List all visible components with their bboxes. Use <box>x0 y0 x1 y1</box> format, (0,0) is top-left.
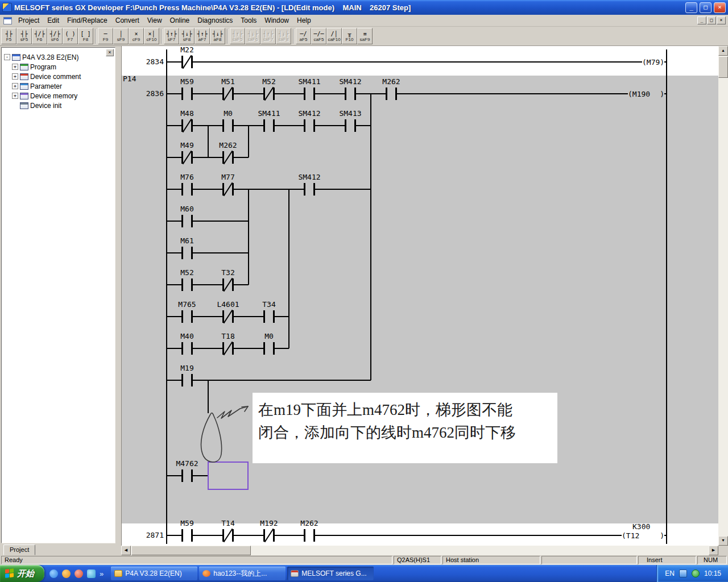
coil-m79[interactable]: (M79) <box>642 57 664 67</box>
tool-f6[interactable]: ┤/├F6 <box>32 28 47 44</box>
tool-saf9[interactable]: ≡saF9 <box>357 28 373 44</box>
ladder-window-icon[interactable] <box>3 17 12 24</box>
tree-item-parameter[interactable]: +Parameter <box>4 81 114 91</box>
outlook-icon[interactable] <box>62 569 71 578</box>
menu-help[interactable]: Help <box>293 15 315 26</box>
menu-view[interactable]: View <box>143 15 166 26</box>
tool-sf8[interactable]: ┤↓├sF8 <box>179 28 195 44</box>
tool-f7[interactable]: ( )F7 <box>63 28 78 44</box>
contact-m0[interactable]: M0 <box>263 342 275 355</box>
close-button[interactable]: × <box>714 2 726 13</box>
contact-m19[interactable]: M19 <box>181 374 193 386</box>
contact-m77[interactable]: M77 <box>222 183 234 196</box>
mdi-close-button[interactable]: × <box>717 16 726 24</box>
tool-f9[interactable]: ─F9 <box>98 28 113 44</box>
tool-sf9[interactable]: │sF9 <box>113 28 129 44</box>
tree-item-device-init[interactable]: Device init <box>4 101 114 110</box>
task-button-hao123[interactable]: hao123--我的上... <box>199 567 286 580</box>
coil-t12[interactable]: (T12) <box>622 530 664 541</box>
show-desktop-icon[interactable] <box>87 569 96 578</box>
contact-m40[interactable]: M40 <box>181 342 193 355</box>
contact-m262[interactable]: M262 <box>304 529 315 542</box>
media-player-icon[interactable] <box>75 569 83 578</box>
expand-icon[interactable]: + <box>12 73 18 80</box>
menu-diagnostics[interactable]: Diagnostics <box>193 15 237 26</box>
contact-m52[interactable]: M52 <box>263 88 275 100</box>
tool-sf5[interactable]: ┤├sF5 <box>16 28 32 44</box>
tool-caf10[interactable]: /│caF10 <box>326 28 342 44</box>
quick-launch-overflow-icon[interactable]: » <box>100 569 104 578</box>
scroll-left-icon[interactable]: ◀ <box>121 546 131 555</box>
contact-sm411[interactable]: SM411 <box>304 88 315 100</box>
contact-sm412[interactable]: SM412 <box>345 88 356 100</box>
menu-window[interactable]: Window <box>260 15 293 26</box>
tool-cf9[interactable]: ×cF9 <box>129 28 144 44</box>
contact-m192[interactable]: M192 <box>263 529 275 542</box>
horizontal-scrollbar[interactable]: ◀ ▶ <box>121 546 718 555</box>
tree-root[interactable]: - P4A V3.28 E2(EN) <box>4 52 114 62</box>
tree-item-program[interactable]: +Program <box>4 62 114 72</box>
contact-t14[interactable]: T14 <box>222 529 234 542</box>
tree-item-device-comment[interactable]: +Device comment <box>4 72 114 81</box>
contact-sm411[interactable]: SM411 <box>263 119 275 132</box>
tool-f10[interactable]: ╥F10 <box>342 28 357 44</box>
tool-af7[interactable]: ┤↑├aF7 <box>195 28 210 44</box>
shield-tray-icon[interactable] <box>692 569 700 577</box>
contact-sm413[interactable]: SM413 <box>345 119 356 132</box>
task-button-melsoft-series-g[interactable]: MELSOFT series G... <box>287 567 374 580</box>
tool-caf5[interactable]: ─/─caF5 <box>311 28 326 44</box>
contact-m48[interactable]: M48 <box>181 119 193 132</box>
contact-m0[interactable]: M0 <box>222 119 234 132</box>
mdi-restore-button[interactable]: □ <box>707 16 716 24</box>
vertical-scrollbar[interactable]: ▲ ▼ <box>718 46 728 546</box>
contact-m61[interactable]: M61 <box>181 247 193 259</box>
tool-f5[interactable]: ┤├F5 <box>1 28 16 44</box>
menu-convert[interactable]: Convert <box>111 15 143 26</box>
task-button-p4a-v3-28-e2-en[interactable]: P4A V3.28 E2(EN) <box>111 567 197 580</box>
contact-t18[interactable]: T18 <box>222 342 234 355</box>
menu-find-replace[interactable]: Find/Replace <box>63 15 111 26</box>
scroll-up-icon[interactable]: ▲ <box>718 46 728 56</box>
expand-icon[interactable]: + <box>12 93 18 99</box>
contact-m60[interactable]: M60 <box>181 215 193 227</box>
contact-sm412[interactable]: SM412 <box>304 183 315 196</box>
contact-t34[interactable]: T34 <box>263 310 275 323</box>
expand-icon[interactable]: + <box>12 64 18 70</box>
display-tray-icon[interactable] <box>679 569 687 577</box>
contact-t32[interactable]: T32 <box>222 278 234 291</box>
tree-item-device-memory[interactable]: +Device memory <box>4 91 114 101</box>
language-indicator[interactable]: EN <box>665 569 675 577</box>
contact-m76[interactable]: M76 <box>181 183 193 196</box>
tool-cf10[interactable]: ×│cF10 <box>144 28 159 44</box>
contact-m262[interactable]: M262 <box>386 88 397 100</box>
expand-icon[interactable]: + <box>12 83 18 89</box>
contact-m59[interactable]: M59 <box>181 88 193 100</box>
restore-button[interactable]: □ <box>700 2 712 13</box>
menu-online[interactable]: Online <box>166 15 194 26</box>
menu-edit[interactable]: Edit <box>43 15 63 26</box>
menu-tools[interactable]: Tools <box>237 15 260 26</box>
contact-l4601[interactable]: L4601 <box>222 310 234 323</box>
scroll-right-icon[interactable]: ▶ <box>709 546 718 555</box>
ladder-canvas[interactable]: 2834M22(M79)P142836M59M51M52SM411SM412M2… <box>121 46 718 546</box>
contact-m52[interactable]: M52 <box>181 278 193 291</box>
tool-sf7[interactable]: ┤↑├sF7 <box>164 28 179 44</box>
tool-f8[interactable]: [ ]F8 <box>78 28 93 44</box>
tab-project[interactable]: Project <box>3 544 35 555</box>
panel-close-icon[interactable]: × <box>106 49 114 56</box>
mdi-minimize-button[interactable]: _ <box>697 16 706 24</box>
vertical-scroll-thumb[interactable] <box>718 56 728 78</box>
contact-m22[interactable]: M22 <box>181 56 193 68</box>
menu-project[interactable]: Project <box>14 15 43 26</box>
scroll-down-icon[interactable]: ▼ <box>718 536 728 546</box>
tool-af8[interactable]: ┤↓├aF8 <box>210 28 225 44</box>
tool-af5[interactable]: ─/aF5 <box>296 28 311 44</box>
collapse-icon[interactable]: - <box>4 54 10 60</box>
horizontal-scroll-thumb[interactable] <box>131 546 251 555</box>
contact-m49[interactable]: M49 <box>181 151 193 164</box>
start-button[interactable]: 开始 <box>0 565 44 582</box>
panel-splitter[interactable] <box>115 46 121 555</box>
tool-sf6[interactable]: ┤/├sF6 <box>47 28 63 44</box>
coil-m190[interactable]: (M190) <box>628 89 664 99</box>
contact-m262[interactable]: M262 <box>222 151 234 164</box>
